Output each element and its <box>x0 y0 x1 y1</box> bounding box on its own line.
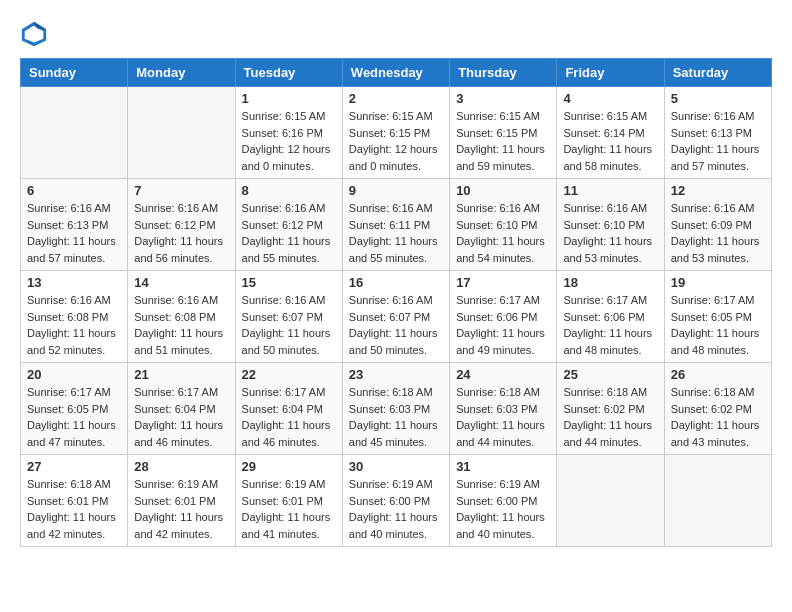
day-info: Sunrise: 6:16 AM Sunset: 6:07 PM Dayligh… <box>242 292 336 358</box>
day-cell: 23Sunrise: 6:18 AM Sunset: 6:03 PM Dayli… <box>342 363 449 455</box>
day-cell: 8Sunrise: 6:16 AM Sunset: 6:12 PM Daylig… <box>235 179 342 271</box>
day-info: Sunrise: 6:17 AM Sunset: 6:05 PM Dayligh… <box>27 384 121 450</box>
day-cell: 21Sunrise: 6:17 AM Sunset: 6:04 PM Dayli… <box>128 363 235 455</box>
day-cell: 24Sunrise: 6:18 AM Sunset: 6:03 PM Dayli… <box>450 363 557 455</box>
day-cell: 10Sunrise: 6:16 AM Sunset: 6:10 PM Dayli… <box>450 179 557 271</box>
day-number: 3 <box>456 91 550 106</box>
day-cell: 9Sunrise: 6:16 AM Sunset: 6:11 PM Daylig… <box>342 179 449 271</box>
day-info: Sunrise: 6:17 AM Sunset: 6:06 PM Dayligh… <box>456 292 550 358</box>
day-info: Sunrise: 6:19 AM Sunset: 6:00 PM Dayligh… <box>456 476 550 542</box>
day-number: 14 <box>134 275 228 290</box>
day-cell: 28Sunrise: 6:19 AM Sunset: 6:01 PM Dayli… <box>128 455 235 547</box>
day-cell: 30Sunrise: 6:19 AM Sunset: 6:00 PM Dayli… <box>342 455 449 547</box>
day-cell: 11Sunrise: 6:16 AM Sunset: 6:10 PM Dayli… <box>557 179 664 271</box>
day-cell: 3Sunrise: 6:15 AM Sunset: 6:15 PM Daylig… <box>450 87 557 179</box>
day-number: 1 <box>242 91 336 106</box>
day-cell <box>21 87 128 179</box>
day-info: Sunrise: 6:16 AM Sunset: 6:09 PM Dayligh… <box>671 200 765 266</box>
day-number: 10 <box>456 183 550 198</box>
day-cell: 14Sunrise: 6:16 AM Sunset: 6:08 PM Dayli… <box>128 271 235 363</box>
day-number: 21 <box>134 367 228 382</box>
day-number: 22 <box>242 367 336 382</box>
day-cell: 22Sunrise: 6:17 AM Sunset: 6:04 PM Dayli… <box>235 363 342 455</box>
day-number: 25 <box>563 367 657 382</box>
week-row-2: 6Sunrise: 6:16 AM Sunset: 6:13 PM Daylig… <box>21 179 772 271</box>
day-cell: 19Sunrise: 6:17 AM Sunset: 6:05 PM Dayli… <box>664 271 771 363</box>
day-cell: 1Sunrise: 6:15 AM Sunset: 6:16 PM Daylig… <box>235 87 342 179</box>
day-number: 7 <box>134 183 228 198</box>
week-row-3: 13Sunrise: 6:16 AM Sunset: 6:08 PM Dayli… <box>21 271 772 363</box>
day-cell: 15Sunrise: 6:16 AM Sunset: 6:07 PM Dayli… <box>235 271 342 363</box>
day-cell: 6Sunrise: 6:16 AM Sunset: 6:13 PM Daylig… <box>21 179 128 271</box>
day-number: 18 <box>563 275 657 290</box>
day-cell: 18Sunrise: 6:17 AM Sunset: 6:06 PM Dayli… <box>557 271 664 363</box>
day-info: Sunrise: 6:18 AM Sunset: 6:01 PM Dayligh… <box>27 476 121 542</box>
day-info: Sunrise: 6:16 AM Sunset: 6:10 PM Dayligh… <box>456 200 550 266</box>
header-tuesday: Tuesday <box>235 59 342 87</box>
day-info: Sunrise: 6:16 AM Sunset: 6:12 PM Dayligh… <box>242 200 336 266</box>
day-number: 23 <box>349 367 443 382</box>
day-number: 30 <box>349 459 443 474</box>
day-cell: 13Sunrise: 6:16 AM Sunset: 6:08 PM Dayli… <box>21 271 128 363</box>
day-cell: 4Sunrise: 6:15 AM Sunset: 6:14 PM Daylig… <box>557 87 664 179</box>
logo <box>20 20 52 48</box>
day-info: Sunrise: 6:15 AM Sunset: 6:15 PM Dayligh… <box>349 108 443 174</box>
day-number: 6 <box>27 183 121 198</box>
day-cell: 31Sunrise: 6:19 AM Sunset: 6:00 PM Dayli… <box>450 455 557 547</box>
day-info: Sunrise: 6:16 AM Sunset: 6:13 PM Dayligh… <box>671 108 765 174</box>
day-cell: 25Sunrise: 6:18 AM Sunset: 6:02 PM Dayli… <box>557 363 664 455</box>
day-number: 20 <box>27 367 121 382</box>
day-info: Sunrise: 6:17 AM Sunset: 6:04 PM Dayligh… <box>242 384 336 450</box>
day-number: 11 <box>563 183 657 198</box>
day-cell <box>128 87 235 179</box>
day-info: Sunrise: 6:18 AM Sunset: 6:03 PM Dayligh… <box>456 384 550 450</box>
day-number: 15 <box>242 275 336 290</box>
header-row: SundayMondayTuesdayWednesdayThursdayFrid… <box>21 59 772 87</box>
header-monday: Monday <box>128 59 235 87</box>
day-info: Sunrise: 6:15 AM Sunset: 6:15 PM Dayligh… <box>456 108 550 174</box>
day-number: 29 <box>242 459 336 474</box>
day-info: Sunrise: 6:18 AM Sunset: 6:02 PM Dayligh… <box>563 384 657 450</box>
day-number: 17 <box>456 275 550 290</box>
day-info: Sunrise: 6:15 AM Sunset: 6:16 PM Dayligh… <box>242 108 336 174</box>
day-cell: 2Sunrise: 6:15 AM Sunset: 6:15 PM Daylig… <box>342 87 449 179</box>
day-number: 19 <box>671 275 765 290</box>
day-info: Sunrise: 6:16 AM Sunset: 6:08 PM Dayligh… <box>27 292 121 358</box>
header-friday: Friday <box>557 59 664 87</box>
week-row-4: 20Sunrise: 6:17 AM Sunset: 6:05 PM Dayli… <box>21 363 772 455</box>
day-number: 26 <box>671 367 765 382</box>
calendar-table: SundayMondayTuesdayWednesdayThursdayFrid… <box>20 58 772 547</box>
day-number: 16 <box>349 275 443 290</box>
day-cell: 16Sunrise: 6:16 AM Sunset: 6:07 PM Dayli… <box>342 271 449 363</box>
day-cell: 7Sunrise: 6:16 AM Sunset: 6:12 PM Daylig… <box>128 179 235 271</box>
day-info: Sunrise: 6:15 AM Sunset: 6:14 PM Dayligh… <box>563 108 657 174</box>
day-number: 13 <box>27 275 121 290</box>
day-number: 2 <box>349 91 443 106</box>
day-info: Sunrise: 6:16 AM Sunset: 6:11 PM Dayligh… <box>349 200 443 266</box>
header-thursday: Thursday <box>450 59 557 87</box>
header-saturday: Saturday <box>664 59 771 87</box>
week-row-1: 1Sunrise: 6:15 AM Sunset: 6:16 PM Daylig… <box>21 87 772 179</box>
day-info: Sunrise: 6:16 AM Sunset: 6:08 PM Dayligh… <box>134 292 228 358</box>
day-info: Sunrise: 6:16 AM Sunset: 6:07 PM Dayligh… <box>349 292 443 358</box>
day-info: Sunrise: 6:19 AM Sunset: 6:00 PM Dayligh… <box>349 476 443 542</box>
day-info: Sunrise: 6:17 AM Sunset: 6:05 PM Dayligh… <box>671 292 765 358</box>
day-cell: 20Sunrise: 6:17 AM Sunset: 6:05 PM Dayli… <box>21 363 128 455</box>
logo-icon <box>20 20 48 48</box>
day-cell: 29Sunrise: 6:19 AM Sunset: 6:01 PM Dayli… <box>235 455 342 547</box>
day-info: Sunrise: 6:17 AM Sunset: 6:04 PM Dayligh… <box>134 384 228 450</box>
day-cell: 26Sunrise: 6:18 AM Sunset: 6:02 PM Dayli… <box>664 363 771 455</box>
day-info: Sunrise: 6:18 AM Sunset: 6:02 PM Dayligh… <box>671 384 765 450</box>
header-sunday: Sunday <box>21 59 128 87</box>
day-number: 12 <box>671 183 765 198</box>
day-info: Sunrise: 6:16 AM Sunset: 6:13 PM Dayligh… <box>27 200 121 266</box>
day-info: Sunrise: 6:17 AM Sunset: 6:06 PM Dayligh… <box>563 292 657 358</box>
day-number: 4 <box>563 91 657 106</box>
day-cell: 12Sunrise: 6:16 AM Sunset: 6:09 PM Dayli… <box>664 179 771 271</box>
day-cell <box>664 455 771 547</box>
day-number: 28 <box>134 459 228 474</box>
header-wednesday: Wednesday <box>342 59 449 87</box>
day-info: Sunrise: 6:19 AM Sunset: 6:01 PM Dayligh… <box>134 476 228 542</box>
day-number: 31 <box>456 459 550 474</box>
day-info: Sunrise: 6:16 AM Sunset: 6:10 PM Dayligh… <box>563 200 657 266</box>
